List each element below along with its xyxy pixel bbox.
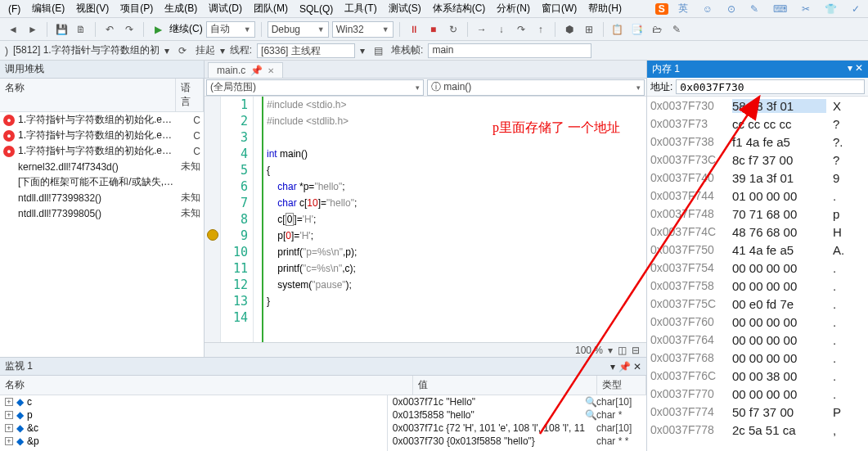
toolbar: ◄ ► 💾 🗎 ↶ ↷ ▶ 继续(C) 自动▼ Debug▼ Win32▼ ⏸ … <box>0 18 868 41</box>
menu-debug[interactable]: 调试(D) <box>204 0 247 17</box>
tool-icon[interactable]: 📑 <box>629 21 645 38</box>
callstack-row[interactable]: ●1.字符指针与字符数组的初始化.exe!mainC...C <box>0 143 204 159</box>
hex-icon[interactable]: ⬢ <box>561 21 578 38</box>
callstack-rows: ●1.字符指针与字符数组的初始化.exe!main(...C●1.字符指针与字符… <box>0 112 204 235</box>
callstack-row[interactable]: [下面的框架可能不正确和/或缺失, 没有为 <box>0 174 204 190</box>
memory-row[interactable]: 0x0037F7782c 5a 51 ca, <box>647 421 868 439</box>
save-icon[interactable]: 💾 <box>53 21 70 38</box>
redo-icon[interactable]: ↷ <box>121 21 137 38</box>
platform-dropdown[interactable]: Win32▼ <box>332 21 394 38</box>
watch-row[interactable]: +◆ &p <box>0 435 387 448</box>
menu-window[interactable]: 窗口(W) <box>537 0 582 17</box>
callstack-title: 调用堆栈 <box>0 61 204 79</box>
callstack-header: 名称语言 <box>0 79 204 112</box>
disasm-icon[interactable]: ⊞ <box>581 21 597 38</box>
callstack-row[interactable]: kernel32.dll!74f7343d()未知 <box>0 159 204 174</box>
menu-team[interactable]: 团队(M) <box>249 0 293 17</box>
memory-row[interactable]: 0x0037F74870 71 68 00p <box>647 205 868 223</box>
code-editor[interactable]: 1234567891011121314 p里面存储了 一个地址 #include… <box>205 97 646 342</box>
address-input[interactable] <box>676 79 865 94</box>
watch-row[interactable]: +◆ c <box>0 395 387 408</box>
tool-icon[interactable]: 📋 <box>609 21 626 38</box>
watch-row[interactable]: +◆ p <box>0 408 387 422</box>
auto-dropdown[interactable]: 自动▼ <box>206 21 255 38</box>
memory-row[interactable]: 0x0037F76000 00 00 00. <box>647 313 868 331</box>
pause-icon[interactable]: ⏸ <box>406 21 422 38</box>
restart-icon[interactable]: ↻ <box>445 21 461 38</box>
menu-analyze[interactable]: 分析(N) <box>492 0 535 17</box>
memory-row[interactable]: 0x0037F74C48 76 68 00H <box>647 223 868 241</box>
menu-test[interactable]: 测试(S) <box>384 0 426 17</box>
scope-func[interactable]: ⓘ main()▾ <box>427 79 645 96</box>
tool-icon[interactable]: 🗁 <box>649 21 665 38</box>
menu-project[interactable]: 项目(P) <box>115 0 158 17</box>
config-dropdown[interactable]: Debug▼ <box>268 21 329 38</box>
scope-global[interactable]: (全局范围)▾ <box>206 79 424 96</box>
fwd-button[interactable]: ► <box>25 21 41 38</box>
ime-icon[interactable]: ☺ <box>698 2 717 16</box>
callstack-row[interactable]: ntdll.dll!77399832()未知 <box>0 190 204 205</box>
split-icon[interactable]: ⊟ <box>632 345 640 356</box>
editor-tabs: main.c📌✕ <box>205 61 646 79</box>
memory-row[interactable]: 0x0037F75800 00 00 00. <box>647 277 868 295</box>
memory-row[interactable]: 0x0037F76800 00 00 00. <box>647 349 868 367</box>
show-next-icon[interactable]: → <box>474 21 490 38</box>
watch-value-row: 0x013f5858 "hello"🔍char * <box>388 408 646 422</box>
callstack-row[interactable]: ●1.字符指针与字符数组的初始化.exe!_tmain...C <box>0 128 204 143</box>
thread-label: 线程: <box>230 43 252 57</box>
debug-bar: ) [5812] 1.字符指针与字符数组的初 ▾ ⟳ 挂起 ▾ 线程: [633… <box>0 41 868 61</box>
memory-row[interactable]: 0x0037F73cc cc cc cc? <box>647 115 868 133</box>
stop-icon[interactable]: ■ <box>425 21 442 38</box>
ime-icon[interactable]: ✂ <box>797 2 815 16</box>
thread-select[interactable]: [6336] 主线程 <box>257 43 355 58</box>
menu-help[interactable]: 帮助(H) <box>583 0 627 17</box>
callstack-row[interactable]: ntdll.dll!77399805()未知 <box>0 205 204 221</box>
memory-row[interactable]: 0x0037F73C8c f7 37 00? <box>647 151 868 169</box>
memory-row[interactable]: 0x0037F75C00 e0 fd 7e. <box>647 295 868 313</box>
memory-row[interactable]: 0x0037F73058 58 3f 01X <box>647 97 868 115</box>
memory-row[interactable]: 0x0037F77450 f7 37 00P <box>647 403 868 421</box>
menu-sql[interactable]: SQL(Q) <box>295 2 338 16</box>
menu-build[interactable]: 生成(B) <box>160 0 202 17</box>
close-icon[interactable]: ✕ <box>268 66 274 75</box>
step-out-icon[interactable]: ↑ <box>533 21 549 38</box>
continue-icon[interactable]: ▶ <box>150 21 166 38</box>
ime-icon[interactable]: ✎ <box>745 2 763 16</box>
saveall-icon[interactable]: 🗎 <box>73 21 89 38</box>
memory-row[interactable]: 0x0037F75041 4a fe a5A. <box>647 241 868 259</box>
back-button[interactable]: ◄ <box>5 21 21 38</box>
callstack-row[interactable]: ●1.字符指针与字符数组的初始化.exe!main(...C <box>0 112 204 128</box>
memory-row[interactable]: 0x0037F75400 00 00 00. <box>647 259 868 277</box>
memory-row[interactable]: 0x0037F77000 00 00 00. <box>647 385 868 403</box>
breakpoint-icon[interactable] <box>207 229 218 241</box>
menu-tools[interactable]: 工具(T) <box>340 0 381 17</box>
cycle-icon[interactable]: ⟳ <box>174 43 191 59</box>
step-into-icon[interactable]: ↓ <box>493 21 510 38</box>
stackframe-label: 堆栈帧: <box>391 43 423 57</box>
tab-main-c[interactable]: main.c📌✕ <box>208 62 283 78</box>
menu-edit[interactable]: 编辑(E) <box>27 0 70 17</box>
split-icon[interactable]: ◫ <box>618 345 627 356</box>
memory-row[interactable]: 0x0037F76C00 00 38 00. <box>647 367 868 385</box>
memory-row[interactable]: 0x0037F74039 1a 3f 019 <box>647 169 868 187</box>
stackframe-select[interactable]: main <box>428 43 591 58</box>
menu-arch[interactable]: 体系结构(C) <box>428 0 491 17</box>
continue-label[interactable]: 继续(C) <box>169 22 203 36</box>
menu-view[interactable]: 视图(V) <box>71 0 114 17</box>
watch-row[interactable]: +◆ &c <box>0 422 387 435</box>
tool-icon[interactable]: ✎ <box>668 21 685 38</box>
ime-icon[interactable]: ✓ <box>847 2 865 16</box>
ime-mode[interactable]: 英 <box>673 0 693 17</box>
undo-icon[interactable]: ↶ <box>101 21 118 38</box>
ime-icon[interactable]: 👕 <box>820 2 842 16</box>
suspend-label[interactable]: 挂起 <box>196 43 215 57</box>
memory-row[interactable]: 0x0037F738f1 4a fe a5?. <box>647 133 868 151</box>
memory-row[interactable]: 0x0037F74401 00 00 00. <box>647 187 868 205</box>
memory-row[interactable]: 0x0037F76400 00 00 00. <box>647 331 868 349</box>
panel-controls[interactable]: ▾ ✕ <box>848 62 863 76</box>
menu-file[interactable]: (F) <box>3 2 25 16</box>
thread-nav-icon[interactable]: ▤ <box>370 43 386 59</box>
step-over-icon[interactable]: ↷ <box>513 21 529 38</box>
ime-icon[interactable]: ⊙ <box>722 2 740 16</box>
ime-icon[interactable]: ⌨ <box>768 2 792 16</box>
